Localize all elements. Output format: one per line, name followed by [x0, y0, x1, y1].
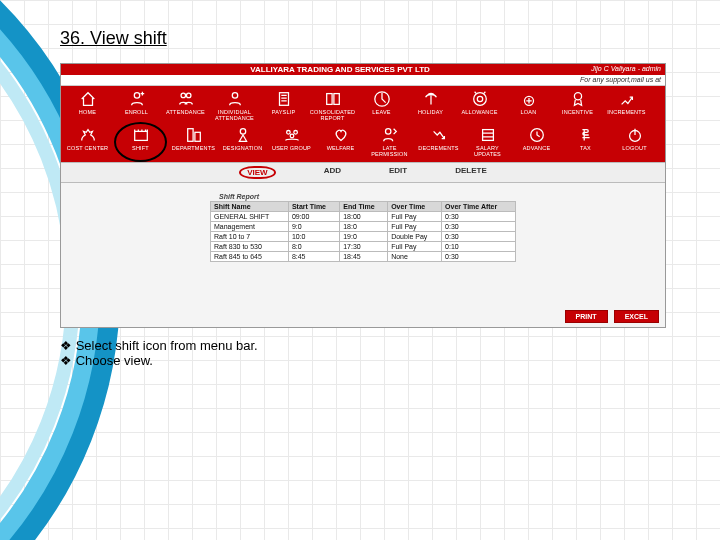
- table-row: Management9:018:0Full Pay0:30: [211, 222, 516, 232]
- menu-loan[interactable]: LOAN: [504, 88, 553, 124]
- svg-point-0: [134, 93, 139, 98]
- menu-label: LATE PERMISSION: [365, 145, 414, 157]
- menu-home[interactable]: HOME: [63, 88, 112, 124]
- departments-icon: [184, 126, 204, 144]
- svg-rect-13: [187, 129, 192, 142]
- menu-sal-update[interactable]: SALARY UPDATES: [463, 124, 512, 160]
- menu-label: DEPARTMENTS: [169, 145, 218, 151]
- menu-welfare[interactable]: WELFARE: [316, 124, 365, 160]
- menu-label: COST CENTER: [63, 145, 112, 151]
- col-header: Start Time: [288, 202, 339, 212]
- menu-label: INCREMENTS: [602, 109, 651, 115]
- svg-point-16: [286, 131, 290, 135]
- menu-label: TAX: [561, 145, 610, 151]
- svg-point-1: [181, 93, 186, 98]
- svg-rect-5: [326, 94, 331, 105]
- menu-enroll[interactable]: ENROLL: [112, 88, 161, 124]
- excel-button[interactable]: EXCEL: [614, 310, 659, 323]
- menu-tax[interactable]: TAX: [561, 124, 610, 160]
- user-group-icon: [282, 126, 302, 144]
- report-title: Shift Report: [216, 193, 262, 200]
- svg-point-3: [232, 93, 237, 98]
- table-row: Raft 845 to 6458:4518:45None0:30: [211, 252, 516, 262]
- menu-shift[interactable]: SHIFT: [114, 122, 167, 162]
- col-header: End Time: [340, 202, 388, 212]
- attendance-icon: [176, 90, 196, 108]
- menu-holiday[interactable]: HOLIDAY: [406, 88, 455, 124]
- bullet: Select shift icon from menu bar.: [60, 338, 690, 353]
- table-row: GENERAL SHIFT09:0018:00Full Pay0:30: [211, 212, 516, 222]
- menu-cons-report[interactable]: CONSOLIDATED REPORT: [308, 88, 357, 124]
- late-perm-icon: [380, 126, 400, 144]
- menu-label: INCENTIVE: [553, 109, 602, 115]
- menu-leave[interactable]: LEAVE: [357, 88, 406, 124]
- svg-point-8: [473, 93, 486, 106]
- menu-label: LEAVE: [357, 109, 406, 115]
- tab-delete[interactable]: DELETE: [455, 166, 487, 179]
- svg-rect-12: [134, 131, 147, 140]
- table-row: Raft 10 to 710:019:0Double Pay0:30: [211, 232, 516, 242]
- menu-label: SALARY UPDATES: [463, 145, 512, 157]
- cons-report-icon: [323, 90, 343, 108]
- home-icon: [78, 90, 98, 108]
- svg-point-19: [385, 129, 390, 134]
- menu-label: CONSOLIDATED REPORT: [308, 109, 357, 121]
- user-label: Jijo C Valiyara - admin: [591, 65, 661, 74]
- menu-logout[interactable]: LOGOUT: [610, 124, 659, 160]
- svg-point-9: [477, 96, 482, 101]
- svg-rect-20: [482, 130, 493, 141]
- menu-label: HOLIDAY: [406, 109, 455, 115]
- menu-label: LOAN: [504, 109, 553, 115]
- shift-report: Shift Report Shift NameStart TimeEnd Tim…: [210, 189, 516, 262]
- sal-update-icon: [478, 126, 498, 144]
- holiday-icon: [421, 90, 441, 108]
- instructions: Select shift icon from menu bar.Choose v…: [60, 338, 690, 368]
- menu-departments[interactable]: DEPARTMENTS: [169, 124, 218, 160]
- logout-icon: [625, 126, 645, 144]
- menu-label: ADVANCE: [512, 145, 561, 151]
- welfare-icon: [331, 126, 351, 144]
- loan-icon: [519, 90, 539, 108]
- col-header: Shift Name: [211, 202, 289, 212]
- slide-title: 36. View shift: [60, 28, 690, 49]
- tab-view[interactable]: VIEW: [239, 166, 275, 179]
- increments-icon: [617, 90, 637, 108]
- menu-label: SHIFT: [116, 145, 165, 151]
- export-buttons: PRINT EXCEL: [61, 306, 665, 327]
- menu-decrements[interactable]: DECREMENTS: [414, 124, 463, 160]
- menu-label: LOGOUT: [610, 145, 659, 151]
- print-button[interactable]: PRINT: [565, 310, 608, 323]
- menu-allowance[interactable]: ALLOWANCE: [455, 88, 504, 124]
- menu-incentive[interactable]: INCENTIVE: [553, 88, 602, 124]
- menu-bar: HOMEENROLLATTENDANCEINDIVIDUAL ATTENDANC…: [61, 86, 665, 162]
- menu-label: PAYSLIP: [259, 109, 308, 115]
- svg-point-17: [293, 131, 297, 135]
- payslip-icon: [274, 90, 294, 108]
- svg-rect-6: [333, 94, 338, 105]
- menu-label: DECREMENTS: [414, 145, 463, 151]
- menu-late-perm[interactable]: LATE PERMISSION: [365, 124, 414, 160]
- menu-increments[interactable]: INCREMENTS: [602, 88, 651, 124]
- menu-indv-att[interactable]: INDIVIDUAL ATTENDANCE: [210, 88, 259, 124]
- indv-att-icon: [225, 90, 245, 108]
- menu-label: USER GROUP: [267, 145, 316, 151]
- col-header: Over Time After: [442, 202, 516, 212]
- menu-advance[interactable]: ADVANCE: [512, 124, 561, 160]
- incentive-icon: [568, 90, 588, 108]
- menu-label: DESIGNATION: [218, 145, 267, 151]
- menu-attendance[interactable]: ATTENDANCE: [161, 88, 210, 124]
- menu-user-group[interactable]: USER GROUP: [267, 124, 316, 160]
- tax-icon: [576, 126, 596, 144]
- allowance-icon: [470, 90, 490, 108]
- menu-payslip[interactable]: PAYSLIP: [259, 88, 308, 124]
- menu-label: INDIVIDUAL ATTENDANCE: [210, 109, 259, 121]
- tab-add[interactable]: ADD: [324, 166, 341, 179]
- menu-cost-center[interactable]: COST CENTER: [63, 124, 112, 160]
- menu-label: ENROLL: [112, 109, 161, 115]
- designation-icon: [233, 126, 253, 144]
- shift-icon: [131, 126, 151, 144]
- company-name: VALLIYARA TRADING AND SERVICES PVT LTD: [89, 65, 591, 74]
- action-tabs: VIEW ADD EDIT DELETE: [61, 162, 665, 183]
- menu-designation[interactable]: DESIGNATION: [218, 124, 267, 160]
- tab-edit[interactable]: EDIT: [389, 166, 407, 179]
